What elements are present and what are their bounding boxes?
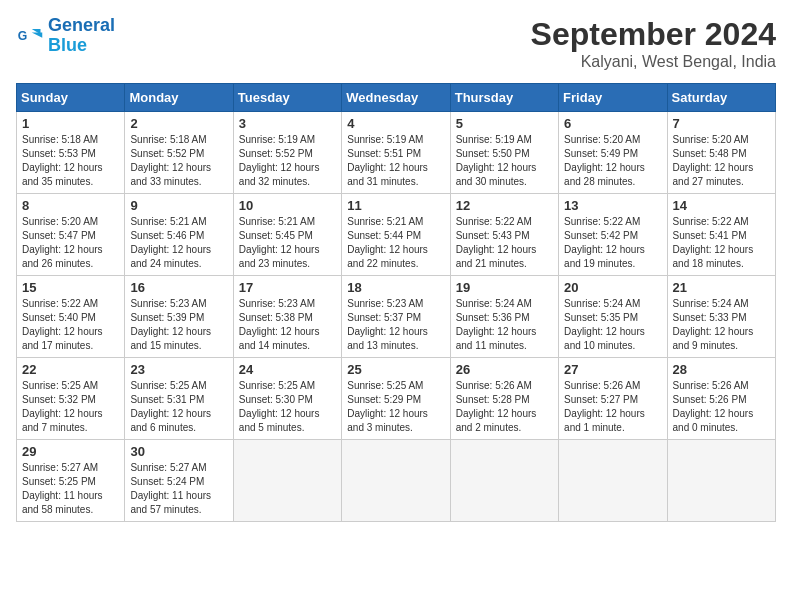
day-number: 18 (347, 280, 444, 295)
day-info: Sunrise: 5:24 AMSunset: 5:35 PMDaylight:… (564, 298, 645, 351)
page-header: G General Blue September 2024 Kalyani, W… (16, 16, 776, 71)
day-info: Sunrise: 5:18 AMSunset: 5:53 PMDaylight:… (22, 134, 103, 187)
day-info: Sunrise: 5:22 AMSunset: 5:42 PMDaylight:… (564, 216, 645, 269)
calendar-header-cell: Monday (125, 84, 233, 112)
day-info: Sunrise: 5:25 AMSunset: 5:32 PMDaylight:… (22, 380, 103, 433)
calendar-cell (342, 440, 450, 522)
calendar-cell (450, 440, 558, 522)
day-number: 8 (22, 198, 119, 213)
calendar-table: SundayMondayTuesdayWednesdayThursdayFrid… (16, 83, 776, 522)
day-number: 11 (347, 198, 444, 213)
day-number: 20 (564, 280, 661, 295)
calendar-cell: 16Sunrise: 5:23 AMSunset: 5:39 PMDayligh… (125, 276, 233, 358)
day-number: 25 (347, 362, 444, 377)
day-number: 23 (130, 362, 227, 377)
calendar-cell (233, 440, 341, 522)
calendar-cell: 4Sunrise: 5:19 AMSunset: 5:51 PMDaylight… (342, 112, 450, 194)
day-info: Sunrise: 5:25 AMSunset: 5:31 PMDaylight:… (130, 380, 211, 433)
calendar-cell: 7Sunrise: 5:20 AMSunset: 5:48 PMDaylight… (667, 112, 775, 194)
calendar-row: 1Sunrise: 5:18 AMSunset: 5:53 PMDaylight… (17, 112, 776, 194)
calendar-cell: 18Sunrise: 5:23 AMSunset: 5:37 PMDayligh… (342, 276, 450, 358)
calendar-cell (667, 440, 775, 522)
day-info: Sunrise: 5:20 AMSunset: 5:47 PMDaylight:… (22, 216, 103, 269)
day-number: 9 (130, 198, 227, 213)
calendar-cell (559, 440, 667, 522)
day-number: 2 (130, 116, 227, 131)
calendar-cell: 24Sunrise: 5:25 AMSunset: 5:30 PMDayligh… (233, 358, 341, 440)
calendar-cell: 5Sunrise: 5:19 AMSunset: 5:50 PMDaylight… (450, 112, 558, 194)
day-number: 22 (22, 362, 119, 377)
day-info: Sunrise: 5:25 AMSunset: 5:30 PMDaylight:… (239, 380, 320, 433)
calendar-cell: 20Sunrise: 5:24 AMSunset: 5:35 PMDayligh… (559, 276, 667, 358)
day-info: Sunrise: 5:19 AMSunset: 5:50 PMDaylight:… (456, 134, 537, 187)
day-info: Sunrise: 5:21 AMSunset: 5:44 PMDaylight:… (347, 216, 428, 269)
calendar-row: 22Sunrise: 5:25 AMSunset: 5:32 PMDayligh… (17, 358, 776, 440)
day-number: 28 (673, 362, 770, 377)
day-number: 21 (673, 280, 770, 295)
day-info: Sunrise: 5:23 AMSunset: 5:37 PMDaylight:… (347, 298, 428, 351)
day-number: 17 (239, 280, 336, 295)
day-info: Sunrise: 5:22 AMSunset: 5:41 PMDaylight:… (673, 216, 754, 269)
calendar-cell: 9Sunrise: 5:21 AMSunset: 5:46 PMDaylight… (125, 194, 233, 276)
day-number: 27 (564, 362, 661, 377)
day-number: 16 (130, 280, 227, 295)
day-info: Sunrise: 5:22 AMSunset: 5:40 PMDaylight:… (22, 298, 103, 351)
day-info: Sunrise: 5:22 AMSunset: 5:43 PMDaylight:… (456, 216, 537, 269)
day-number: 5 (456, 116, 553, 131)
calendar-cell: 21Sunrise: 5:24 AMSunset: 5:33 PMDayligh… (667, 276, 775, 358)
day-number: 10 (239, 198, 336, 213)
day-info: Sunrise: 5:25 AMSunset: 5:29 PMDaylight:… (347, 380, 428, 433)
day-number: 6 (564, 116, 661, 131)
location-title: Kalyani, West Bengal, India (531, 53, 776, 71)
day-number: 19 (456, 280, 553, 295)
title-area: September 2024 Kalyani, West Bengal, Ind… (531, 16, 776, 71)
calendar-cell: 22Sunrise: 5:25 AMSunset: 5:32 PMDayligh… (17, 358, 125, 440)
calendar-header-cell: Tuesday (233, 84, 341, 112)
day-number: 12 (456, 198, 553, 213)
logo: G General Blue (16, 16, 115, 56)
day-info: Sunrise: 5:21 AMSunset: 5:46 PMDaylight:… (130, 216, 211, 269)
calendar-cell: 23Sunrise: 5:25 AMSunset: 5:31 PMDayligh… (125, 358, 233, 440)
day-number: 13 (564, 198, 661, 213)
day-info: Sunrise: 5:21 AMSunset: 5:45 PMDaylight:… (239, 216, 320, 269)
calendar-header-cell: Saturday (667, 84, 775, 112)
calendar-cell: 28Sunrise: 5:26 AMSunset: 5:26 PMDayligh… (667, 358, 775, 440)
calendar-header-cell: Wednesday (342, 84, 450, 112)
month-title: September 2024 (531, 16, 776, 53)
day-info: Sunrise: 5:20 AMSunset: 5:49 PMDaylight:… (564, 134, 645, 187)
calendar-header-cell: Sunday (17, 84, 125, 112)
day-info: Sunrise: 5:23 AMSunset: 5:38 PMDaylight:… (239, 298, 320, 351)
calendar-cell: 26Sunrise: 5:26 AMSunset: 5:28 PMDayligh… (450, 358, 558, 440)
day-number: 26 (456, 362, 553, 377)
calendar-cell: 6Sunrise: 5:20 AMSunset: 5:49 PMDaylight… (559, 112, 667, 194)
calendar-cell: 30Sunrise: 5:27 AMSunset: 5:24 PMDayligh… (125, 440, 233, 522)
calendar-row: 8Sunrise: 5:20 AMSunset: 5:47 PMDaylight… (17, 194, 776, 276)
logo-icon: G (16, 22, 44, 50)
calendar-cell: 15Sunrise: 5:22 AMSunset: 5:40 PMDayligh… (17, 276, 125, 358)
day-number: 15 (22, 280, 119, 295)
day-number: 4 (347, 116, 444, 131)
day-info: Sunrise: 5:24 AMSunset: 5:36 PMDaylight:… (456, 298, 537, 351)
day-info: Sunrise: 5:24 AMSunset: 5:33 PMDaylight:… (673, 298, 754, 351)
calendar-header-cell: Thursday (450, 84, 558, 112)
calendar-cell: 8Sunrise: 5:20 AMSunset: 5:47 PMDaylight… (17, 194, 125, 276)
calendar-row: 29Sunrise: 5:27 AMSunset: 5:25 PMDayligh… (17, 440, 776, 522)
calendar-cell: 19Sunrise: 5:24 AMSunset: 5:36 PMDayligh… (450, 276, 558, 358)
day-number: 1 (22, 116, 119, 131)
logo-text: General Blue (48, 16, 115, 56)
day-info: Sunrise: 5:26 AMSunset: 5:26 PMDaylight:… (673, 380, 754, 433)
calendar-cell: 2Sunrise: 5:18 AMSunset: 5:52 PMDaylight… (125, 112, 233, 194)
day-number: 7 (673, 116, 770, 131)
calendar-cell: 14Sunrise: 5:22 AMSunset: 5:41 PMDayligh… (667, 194, 775, 276)
calendar-cell: 10Sunrise: 5:21 AMSunset: 5:45 PMDayligh… (233, 194, 341, 276)
calendar-header-cell: Friday (559, 84, 667, 112)
day-info: Sunrise: 5:19 AMSunset: 5:52 PMDaylight:… (239, 134, 320, 187)
day-info: Sunrise: 5:23 AMSunset: 5:39 PMDaylight:… (130, 298, 211, 351)
calendar-body: 1Sunrise: 5:18 AMSunset: 5:53 PMDaylight… (17, 112, 776, 522)
calendar-cell: 3Sunrise: 5:19 AMSunset: 5:52 PMDaylight… (233, 112, 341, 194)
day-info: Sunrise: 5:26 AMSunset: 5:27 PMDaylight:… (564, 380, 645, 433)
calendar-cell: 25Sunrise: 5:25 AMSunset: 5:29 PMDayligh… (342, 358, 450, 440)
calendar-cell: 27Sunrise: 5:26 AMSunset: 5:27 PMDayligh… (559, 358, 667, 440)
day-info: Sunrise: 5:27 AMSunset: 5:25 PMDaylight:… (22, 462, 103, 515)
day-info: Sunrise: 5:26 AMSunset: 5:28 PMDaylight:… (456, 380, 537, 433)
